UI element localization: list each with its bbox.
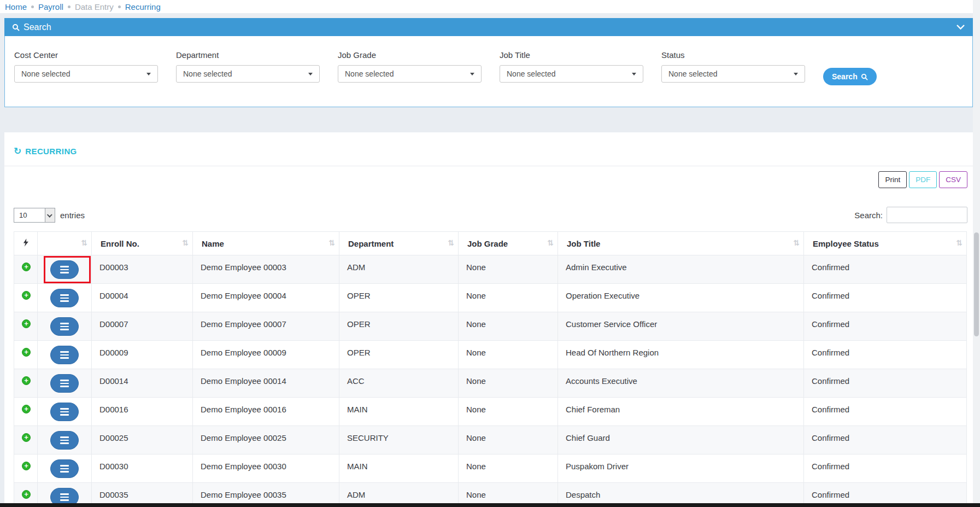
menu-icon: [60, 294, 69, 296]
search-panel-body: Cost Center None selected Department Non…: [4, 36, 973, 107]
row-menu-button[interactable]: [50, 346, 79, 364]
cell-enroll-no: D00014: [92, 369, 193, 398]
row-menu-button[interactable]: [50, 431, 79, 450]
filter-status: Status None selected: [661, 50, 805, 83]
table-controls: 10 entries Search:: [14, 207, 967, 223]
pdf-button[interactable]: PDF: [909, 171, 937, 188]
menu-cell: [38, 426, 92, 454]
print-button[interactable]: Print: [878, 171, 907, 188]
entries-select[interactable]: 10: [14, 208, 55, 223]
expand-row-button[interactable]: +: [22, 490, 31, 499]
menu-icon: [60, 411, 69, 413]
breadcrumb-home[interactable]: Home: [5, 2, 27, 11]
cell-department: OPER: [339, 341, 459, 369]
menu-cell: [38, 312, 92, 341]
expand-row-button[interactable]: +: [22, 433, 31, 442]
cell-job-grade: None: [459, 312, 558, 341]
status-select[interactable]: None selected: [661, 65, 805, 83]
table-search-input[interactable]: [887, 207, 967, 223]
menu-icon: [60, 354, 69, 356]
cell-department: MAIN: [339, 454, 459, 483]
filter-job-title: Job Title None selected: [500, 50, 643, 83]
column-header-job-grade[interactable]: Job Grade⇅: [459, 232, 558, 255]
expand-row-button[interactable]: +: [22, 462, 31, 470]
caret-down-icon: [470, 73, 474, 75]
caret-down-icon: [146, 73, 151, 75]
column-header-enroll-no[interactable]: Enroll No.⇅: [92, 232, 193, 255]
row-menu-button[interactable]: [50, 317, 79, 336]
column-header-menu[interactable]: ⇅: [38, 232, 92, 255]
entries-label: entries: [60, 211, 85, 220]
cell-department: OPER: [339, 284, 459, 312]
expand-row-button[interactable]: +: [22, 348, 31, 357]
cell-department: SECURITY: [339, 426, 459, 454]
column-header-name[interactable]: Name⇅: [193, 232, 339, 255]
expand-row-button[interactable]: +: [22, 376, 31, 385]
menu-icon: [60, 323, 69, 324]
column-header-employee-status[interactable]: Employee Status⇅: [804, 232, 967, 255]
cost-center-select[interactable]: None selected: [14, 65, 158, 83]
filter-label: Job Title: [500, 50, 643, 60]
plus-icon: +: [24, 291, 28, 299]
recurring-card: ↻ RECURRING Print PDF CSV 10 entries Sea…: [4, 132, 973, 507]
job-grade-select[interactable]: None selected: [338, 65, 482, 83]
chevron-down-icon[interactable]: [956, 22, 965, 32]
scrollbar-thumb[interactable]: [974, 232, 979, 336]
search-button[interactable]: Search: [823, 68, 877, 85]
breadcrumb-separator: [31, 5, 34, 8]
row-menu-button[interactable]: [50, 459, 79, 478]
table-row: + D00004 Demo Employee 00004 OPER None O…: [14, 284, 967, 312]
caret-down-icon: [308, 73, 313, 75]
cell-employee-status: Confirmed: [804, 312, 967, 341]
lightning-icon: [23, 238, 28, 248]
menu-cell: [38, 255, 92, 284]
plus-icon: +: [24, 376, 28, 384]
table-row: + D00009 Demo Employee 00009 OPER None H…: [14, 341, 967, 369]
row-menu-button[interactable]: [50, 374, 79, 393]
cell-job-title: Admin Executive: [558, 255, 804, 284]
menu-icon: [60, 266, 69, 267]
filter-label: Status: [661, 50, 805, 60]
menu-cell: [38, 369, 92, 398]
cell-job-title: Operation Executive: [558, 284, 804, 312]
cell-department: OPER: [339, 312, 459, 341]
column-header-department[interactable]: Department⇅: [339, 232, 459, 255]
search-panel-header[interactable]: Search: [4, 18, 973, 36]
menu-icon: [60, 414, 69, 416]
plus-icon: +: [24, 348, 28, 356]
table-row: + D00016 Demo Employee 00016 MAIN None C…: [14, 398, 967, 426]
menu-icon: [60, 326, 69, 328]
expand-row-button[interactable]: +: [22, 319, 31, 328]
menu-icon: [60, 329, 69, 330]
expand-row-button[interactable]: +: [22, 263, 31, 271]
menu-cell: [38, 398, 92, 426]
payroll-recurring-page: Home Payroll Data Entry Recurring Search…: [0, 0, 980, 507]
menu-icon: [60, 440, 69, 441]
card-title-row: ↻ RECURRING: [4, 132, 973, 166]
breadcrumb-recurring[interactable]: Recurring: [125, 2, 161, 11]
cell-name: Demo Employee 00007: [193, 312, 339, 341]
table-row: + D00007 Demo Employee 00007 OPER None C…: [14, 312, 967, 341]
table-row: + D00025 Demo Employee 00025 SECURITY No…: [14, 426, 967, 454]
column-header-job-title[interactable]: Job Title⇅: [558, 232, 804, 255]
cell-job-title: Head Of Northern Region: [558, 341, 804, 369]
menu-icon: [60, 351, 69, 353]
csv-button[interactable]: CSV: [939, 171, 967, 188]
expand-row-button[interactable]: +: [22, 405, 31, 413]
cell-job-title: Puspakom Driver: [558, 454, 804, 483]
menu-icon: [60, 298, 69, 299]
breadcrumb-payroll[interactable]: Payroll: [38, 2, 63, 11]
department-select[interactable]: None selected: [176, 65, 320, 83]
scrollbar[interactable]: [973, 0, 980, 507]
job-title-select[interactable]: None selected: [500, 65, 643, 83]
expand-cell: +: [14, 341, 38, 369]
row-menu-button[interactable]: [50, 403, 79, 421]
plus-icon: +: [24, 263, 28, 271]
page-title: RECURRING: [25, 147, 77, 156]
expand-cell: +: [14, 454, 38, 483]
row-menu-button[interactable]: [50, 289, 79, 307]
row-menu-button[interactable]: [50, 260, 79, 279]
plus-icon: +: [24, 490, 28, 498]
expand-row-button[interactable]: +: [22, 291, 31, 300]
cell-enroll-no: D00004: [92, 284, 193, 312]
